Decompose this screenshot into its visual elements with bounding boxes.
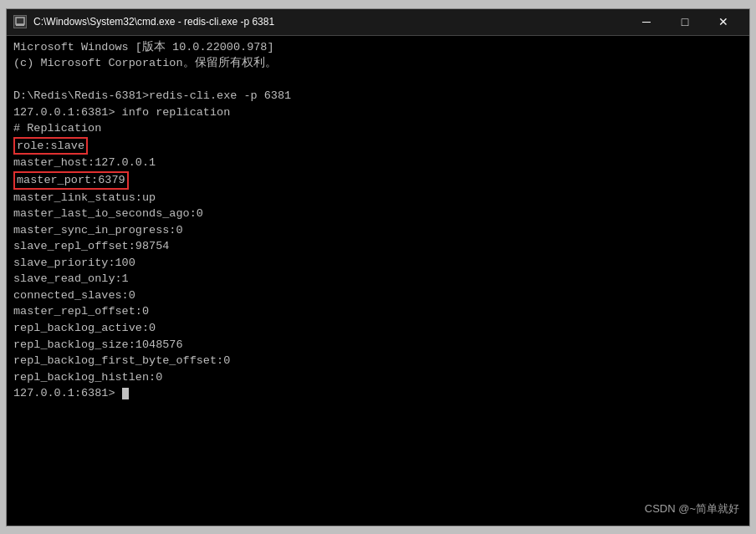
terminal-line: # Replication [13,120,743,137]
window-title: C:\Windows\System32\cmd.exe - redis-cli.… [33,16,627,28]
svg-rect-1 [16,24,24,26]
terminal-line-port: master_port:6379 [13,171,743,190]
terminal-line: connected_slaves:0 [13,287,743,304]
terminal-line: master_repl_offset:0 [13,303,743,320]
terminal-line: master_link_status:up [13,190,743,206]
terminal-line: repl_backlog_first_byte_offset:0 [13,353,743,369]
terminal-prompt-line: 127.0.0.1:6381> [13,385,743,402]
title-bar: C:\Windows\System32\cmd.exe - redis-cli.… [7,9,749,36]
maximize-button[interactable]: □ [666,8,704,35]
terminal-line [13,72,743,89]
terminal-line: repl_backlog_size:1048576 [13,337,743,353]
terminal-line: slave_read_only:1 [13,271,743,287]
terminal-line: master_sync_in_progress:0 [13,222,743,239]
role-highlight: role:slave [13,137,88,155]
terminal-line: master_host:127.0.0.1 [13,155,743,171]
port-highlight: master_port:6379 [13,171,129,190]
terminal-line: 127.0.0.1:6381> info replication [13,104,743,121]
terminal-line: slave_priority:100 [13,255,743,272]
terminal-line-role: role:slave [13,137,743,155]
close-button[interactable]: ✕ [704,8,743,35]
terminal-line: repl_backlog_active:0 [13,320,743,337]
window-controls: ─ □ ✕ [627,8,743,35]
watermark: CSDN @~简单就好 [645,501,739,517]
window-icon [13,15,27,28]
terminal-line: repl_backlog_histlen:0 [13,369,743,386]
terminal-line: slave_repl_offset:98754 [13,238,743,255]
terminal-line: master_last_io_seconds_ago:0 [13,206,743,222]
terminal-content[interactable]: Microsoft Windows [版本 10.0.22000.978] (c… [7,36,749,526]
terminal-line: (c) Microsoft Corporation。保留所有权利。 [13,55,743,72]
cmd-window: C:\Windows\System32\cmd.exe - redis-cli.… [6,8,750,526]
svg-rect-0 [16,18,24,24]
minimize-button[interactable]: ─ [627,8,666,35]
terminal-line: Microsoft Windows [版本 10.0.22000.978] [13,39,743,56]
cursor-blink [122,388,129,399]
terminal-line: D:\Redis\Redis-6381>redis-cli.exe -p 638… [13,88,743,104]
